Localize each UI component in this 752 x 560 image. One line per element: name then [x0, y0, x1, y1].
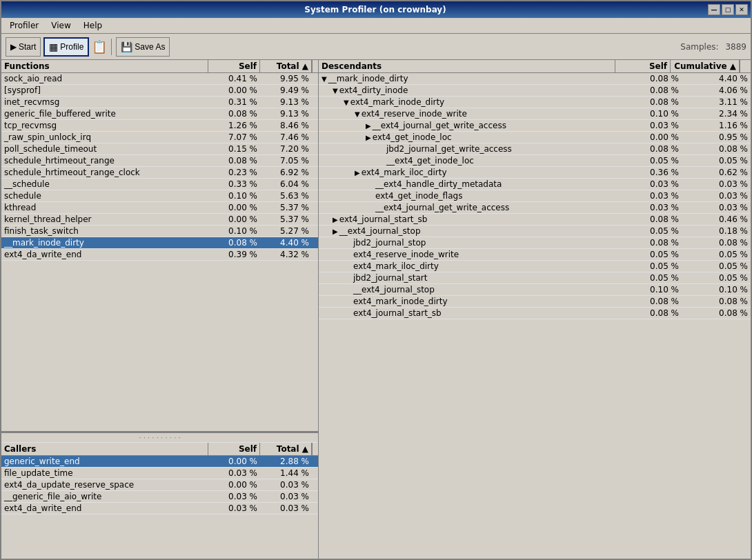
- func-name: schedule_hrtimeout_range_clock: [1, 167, 208, 178]
- table-row[interactable]: __schedule 0.33 % 6.04 %: [1, 179, 318, 190]
- desc-name: ext4_reserve_inode_write: [319, 249, 626, 260]
- table-row[interactable]: __ext4_handle_dirty_metadata 0.03 % 0.03…: [319, 179, 751, 190]
- table-row[interactable]: ▶ext4_mark_iloc_dirty 0.36 % 0.62 %: [319, 167, 751, 179]
- table-row[interactable]: kernel_thread_helper 0.00 % 5.37 %: [1, 214, 318, 226]
- window-controls: — □ ✕: [708, 4, 751, 15]
- table-row[interactable]: jbd2_journal_start 0.05 % 0.05 %: [319, 272, 751, 284]
- callers-total-header[interactable]: Total ▲: [260, 443, 312, 455]
- table-row[interactable]: ▼ext4_dirty_inode 0.08 % 4.06 %: [319, 85, 751, 97]
- table-row[interactable]: schedule_hrtimeout_range 0.08 % 7.05 %: [1, 155, 318, 167]
- menu-help[interactable]: Help: [78, 19, 108, 32]
- samples-label: Samples:: [680, 42, 718, 52]
- profile-button[interactable]: ▦ Profile: [43, 37, 89, 57]
- descendants-col-header[interactable]: Descendants: [319, 60, 615, 72]
- table-row[interactable]: ▶ext4_journal_start_sb 0.08 % 0.46 %: [319, 214, 751, 226]
- tree-arrow-icon[interactable]: ▶: [333, 228, 338, 235]
- table-row[interactable]: ext4_da_write_end 0.39 % 4.32 %: [1, 249, 318, 261]
- desc-cumulative: 0.46 %: [682, 214, 751, 225]
- close-button[interactable]: ✕: [735, 4, 748, 15]
- table-row[interactable]: schedule_hrtimeout_range_clock 0.23 % 6.…: [1, 167, 318, 179]
- start-button[interactable]: ▶ Start: [6, 37, 41, 57]
- table-row[interactable]: sock_aio_read 0.41 % 9.95 %: [1, 73, 318, 85]
- functions-col-header[interactable]: Functions: [1, 60, 208, 72]
- table-row[interactable]: ext4_reserve_inode_write 0.05 % 0.05 %: [319, 249, 751, 261]
- save-as-button[interactable]: 💾 Save As: [116, 37, 170, 57]
- tree-arrow-icon[interactable]: ▼: [355, 110, 360, 118]
- profile-label: Profile: [60, 42, 83, 52]
- callers-col-header[interactable]: Callers: [1, 443, 208, 455]
- table-row[interactable]: ext4_da_update_reserve_space 0.00 % 0.03…: [1, 479, 318, 491]
- desc-self: 0.05 %: [626, 155, 682, 166]
- functions-header: Functions Self Total ▲: [1, 60, 318, 73]
- desc-cumulative: 0.10 %: [682, 284, 751, 295]
- table-row[interactable]: __ext4_journal_stop 0.10 % 0.10 %: [319, 284, 751, 296]
- func-total: 9.13 %: [260, 97, 312, 108]
- caller-name: generic_write_end: [1, 456, 208, 467]
- descendants-table-body[interactable]: ▼__mark_inode_dirty 0.08 % 4.40 % ▼ext4_…: [319, 73, 751, 559]
- tree-arrow-icon[interactable]: ▼: [333, 87, 338, 94]
- titlebar: System Profiler (on crownbay) — □ ✕: [1, 1, 751, 18]
- table-row[interactable]: finish_task_switch 0.10 % 5.27 %: [1, 226, 318, 237]
- menu-profiler[interactable]: Profiler: [4, 19, 44, 32]
- func-self: 0.10 %: [208, 190, 260, 201]
- table-row[interactable]: ▶ext4_get_inode_loc 0.00 % 0.95 %: [319, 132, 751, 143]
- functions-total-header[interactable]: Total ▲: [260, 60, 312, 72]
- table-row[interactable]: ▼ext4_reserve_inode_write 0.10 % 2.34 %: [319, 108, 751, 120]
- table-row[interactable]: ext4_get_inode_flags 0.03 % 0.03 %: [319, 190, 751, 202]
- functions-table-body[interactable]: sock_aio_read 0.41 % 9.95 % [sysprof] 0.…: [1, 73, 318, 431]
- table-row[interactable]: generic_file_buffered_write 0.08 % 9.13 …: [1, 108, 318, 120]
- callers-table-body[interactable]: generic_write_end 0.00 % 2.88 % file_upd…: [1, 456, 318, 559]
- functions-self-header[interactable]: Self: [208, 60, 260, 72]
- table-row[interactable]: __ext4_journal_get_write_access 0.03 % 0…: [319, 202, 751, 214]
- table-row[interactable]: ▶__ext4_journal_stop 0.05 % 0.18 %: [319, 226, 751, 237]
- desc-cumulative: 0.05 %: [682, 272, 751, 283]
- tree-arrow-icon[interactable]: ▶: [366, 134, 371, 141]
- table-row[interactable]: [sysprof] 0.00 % 9.49 %: [1, 85, 318, 97]
- table-row[interactable]: ext4_mark_inode_dirty 0.08 % 0.08 %: [319, 296, 751, 308]
- table-row[interactable]: __ext4_get_inode_loc 0.05 % 0.05 %: [319, 155, 751, 167]
- descendants-cumulative-header[interactable]: Cumulative ▲: [671, 60, 740, 72]
- func-name: _raw_spin_unlock_irq: [1, 132, 208, 143]
- descendants-scroll-placeholder: [740, 60, 751, 72]
- maximize-button[interactable]: □: [722, 4, 734, 15]
- table-row[interactable]: __generic_file_aio_write 0.03 % 0.03 %: [1, 491, 318, 503]
- table-row[interactable]: ext4_da_write_end 0.03 % 0.03 %: [1, 503, 318, 514]
- table-row[interactable]: generic_write_end 0.00 % 2.88 %: [1, 456, 318, 468]
- tree-arrow-icon[interactable]: ▶: [333, 216, 338, 223]
- desc-self: 0.05 %: [626, 249, 682, 260]
- desc-name: ▶ext4_mark_iloc_dirty: [319, 167, 626, 178]
- table-row[interactable]: ext4_mark_iloc_dirty 0.05 % 0.05 %: [319, 261, 751, 272]
- table-row[interactable]: __mark_inode_dirty 0.08 % 4.40 %: [1, 237, 318, 249]
- table-row[interactable]: ▼__mark_inode_dirty 0.08 % 4.40 %: [319, 73, 751, 85]
- table-row[interactable]: ▼ext4_mark_inode_dirty 0.08 % 3.11 %: [319, 97, 751, 108]
- func-self: 7.07 %: [208, 132, 260, 143]
- menu-view[interactable]: View: [46, 19, 76, 32]
- minimize-button[interactable]: —: [708, 4, 720, 15]
- table-row[interactable]: ext4_journal_start_sb 0.08 % 0.08 %: [319, 308, 751, 319]
- func-name: schedule: [1, 190, 208, 201]
- table-row[interactable]: tcp_recvmsg 1.26 % 8.46 %: [1, 120, 318, 132]
- table-row[interactable]: ▶__ext4_journal_get_write_access 0.03 % …: [319, 120, 751, 132]
- callers-self-header[interactable]: Self: [208, 443, 260, 455]
- table-row[interactable]: inet_recvmsg 0.31 % 9.13 %: [1, 97, 318, 108]
- tree-arrow-icon[interactable]: ▼: [321, 75, 327, 83]
- tree-arrow-icon[interactable]: ▼: [344, 99, 349, 106]
- table-row[interactable]: _raw_spin_unlock_irq 7.07 % 7.46 %: [1, 132, 318, 143]
- table-row[interactable]: poll_schedule_timeout 0.15 % 7.20 %: [1, 143, 318, 155]
- func-total: 7.05 %: [260, 155, 312, 166]
- table-row[interactable]: jbd2_journal_get_write_access 0.08 % 0.0…: [319, 143, 751, 155]
- func-name: ext4_da_write_end: [1, 249, 208, 260]
- desc-self: 0.36 %: [626, 167, 682, 178]
- panel-separator: · · · · · · · · · ·: [1, 433, 318, 443]
- func-name: inet_recvmsg: [1, 97, 208, 108]
- tree-arrow-icon[interactable]: ▶: [355, 169, 360, 177]
- table-row[interactable]: file_update_time 0.03 % 1.44 %: [1, 468, 318, 479]
- table-row[interactable]: kthread 0.00 % 5.37 %: [1, 202, 318, 214]
- table-row[interactable]: jbd2_journal_stop 0.08 % 0.08 %: [319, 237, 751, 249]
- func-name: __mark_inode_dirty: [1, 237, 208, 248]
- table-row[interactable]: schedule 0.10 % 5.63 %: [1, 190, 318, 202]
- func-total: 6.04 %: [260, 179, 312, 190]
- tree-arrow-icon[interactable]: ▶: [366, 122, 371, 130]
- descendants-self-header[interactable]: Self: [615, 60, 671, 72]
- func-name: poll_schedule_timeout: [1, 143, 208, 154]
